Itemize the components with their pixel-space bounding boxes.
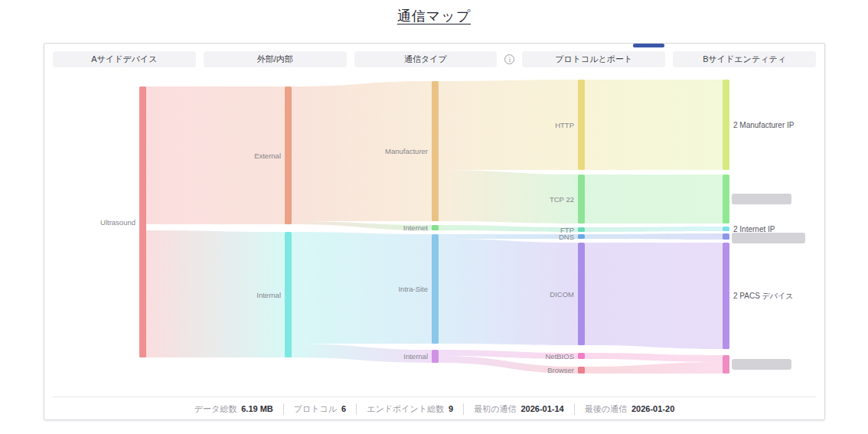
sankey-node-label-internet_ip: 2 Internet IP: [733, 225, 775, 233]
sankey-node-dns[interactable]: [578, 234, 585, 239]
footer-divider: [53, 396, 816, 397]
stat-first-communication: 最初の通信 2026-01-14: [463, 403, 574, 415]
communication-map-card: Aサイドデバイス 外部/内部 通信タイプ i プロトコルとポート Bサイドエンテ…: [44, 43, 825, 420]
stat-value: 2026-01-20: [631, 404, 674, 413]
stat-value: 9: [449, 404, 453, 413]
sankey-node-label-intrasite: Intra-Site: [398, 285, 428, 293]
redacted-label-b_blue: [732, 233, 805, 243]
sankey-node-b_green[interactable]: [723, 175, 729, 224]
stat-value: 6.19 MB: [241, 404, 273, 413]
redacted-label-b_green: [732, 194, 791, 204]
sankey-link-tcp22-b_green: [585, 175, 723, 224]
sankey-node-http[interactable]: [578, 80, 585, 170]
footer-stats: データ総数 6.19 MB プロトコル 6 エンドポイント総数 9 最初の通信 …: [44, 399, 824, 419]
sankey-node-label-netbios: NetBIOS: [546, 352, 575, 361]
stat-total-data: データ総数 6.19 MB: [184, 403, 283, 415]
sankey-node-pacs[interactable]: [723, 243, 729, 349]
sankey-node-internal2[interactable]: [285, 232, 292, 357]
sankey-node-internet[interactable]: [432, 225, 439, 230]
stat-label: 最後の通信: [585, 403, 627, 415]
sankey-node-label-internet: Internet: [403, 224, 429, 232]
redacted-label-b_pink: [732, 359, 791, 370]
sankey-node-label-dns: DNS: [559, 233, 574, 241]
sankey-link-intrasite-dns: [439, 234, 578, 239]
stat-label: プロトコル: [294, 403, 337, 415]
stat-last-communication: 最後の通信 2026-01-20: [574, 403, 685, 415]
sankey-node-manuf_ip[interactable]: [723, 80, 729, 170]
sankey-link-ftp-internet_ip: [585, 227, 723, 232]
sankey-node-intrasite[interactable]: [432, 234, 439, 344]
stat-total-endpoints: エンドポイント総数 9: [356, 403, 463, 415]
sankey-node-browser[interactable]: [578, 367, 585, 374]
sankey-node-label-external: External: [254, 152, 281, 160]
sankey-diagram: UltrasoundExternalInternalManufacturerIn…: [44, 44, 824, 419]
sankey-link-browser-b_pink: [585, 362, 723, 374]
stat-value: 6: [341, 404, 346, 413]
sankey-node-label-dicom: DICOM: [550, 290, 574, 299]
stat-value: 2026-01-14: [520, 404, 563, 413]
communication-map-page: 通信マップ Aサイドデバイス 外部/内部 通信タイプ i プロトコルとポート B…: [0, 0, 868, 434]
sankey-node-dicom[interactable]: [578, 243, 585, 345]
sankey-svg: UltrasoundExternalInternalManufacturerIn…: [44, 44, 824, 419]
sankey-link-dns-b_blue: [585, 233, 723, 240]
page-title: 通信マップ: [0, 7, 868, 25]
stat-protocols: プロトコル 6: [283, 403, 356, 415]
sankey-node-label-pacs: 2 PACS デバイス: [733, 292, 794, 300]
sankey-node-netbios[interactable]: [578, 353, 585, 359]
sankey-node-manufacturer[interactable]: [432, 81, 439, 221]
stat-label: データ総数: [194, 403, 237, 415]
sankey-node-internal3[interactable]: [432, 350, 439, 363]
sankey-node-b_pink[interactable]: [723, 355, 729, 374]
sankey-link-dicom-pacs: [585, 243, 723, 349]
sankey-link-http-manuf_ip: [585, 80, 723, 170]
scroll-indicator[interactable]: [633, 44, 664, 47]
sankey-node-label-ultrasound: Ultrasound: [100, 218, 135, 227]
stat-label: 最初の通信: [474, 403, 516, 415]
sankey-link-internet-ftp: [439, 225, 578, 232]
sankey-node-label-tcp22: TCP 22: [550, 195, 574, 204]
sankey-node-label-internal3: Internal: [403, 352, 428, 361]
sankey-node-label-internal2: Internal: [256, 291, 281, 299]
sankey-node-internet_ip[interactable]: [723, 227, 729, 231]
stat-label: エンドポイント総数: [367, 403, 444, 415]
sankey-link-netbios-b_pink: [585, 353, 723, 362]
sankey-node-ultrasound[interactable]: [139, 86, 146, 357]
sankey-node-external[interactable]: [285, 86, 292, 224]
sankey-node-label-manufacturer: Manufacturer: [385, 147, 428, 155]
sankey-node-label-browser: Browser: [547, 366, 574, 374]
sankey-node-label-http: HTTP: [555, 121, 574, 129]
sankey-node-label-manuf_ip: 2 Manufacturer IP: [733, 121, 795, 129]
sankey-node-ftp[interactable]: [578, 227, 585, 232]
sankey-node-b_blue[interactable]: [723, 233, 729, 240]
sankey-node-tcp22[interactable]: [578, 175, 585, 224]
